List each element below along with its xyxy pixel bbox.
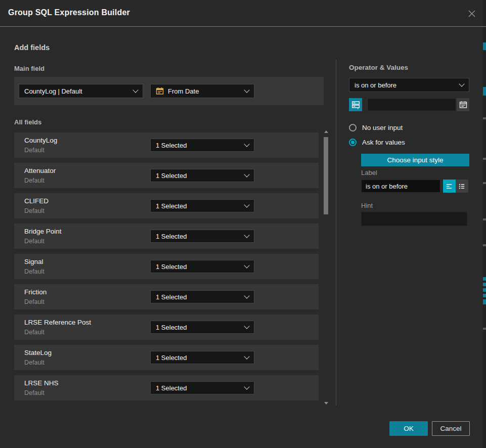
scroll-down-icon[interactable]: [324, 402, 328, 405]
panel-divider: [336, 60, 336, 406]
calendar-picker-icon: [459, 101, 467, 109]
choose-input-style-button[interactable]: Choose input style: [361, 154, 469, 166]
field-name: LRSE NHS: [24, 379, 59, 387]
radio-selected-icon: [349, 139, 357, 146]
chevron-down-icon: [459, 81, 464, 86]
field-values-dropdown[interactable]: 1 Selected: [150, 321, 254, 334]
field-values-dropdown[interactable]: 1 Selected: [150, 139, 254, 152]
field-row-lrse-reference-post: LRSE Reference Post Default 1 Selected: [14, 315, 319, 340]
all-fields-scrollbar[interactable]: [323, 129, 330, 406]
chevron-down-icon: [244, 202, 249, 207]
field-sublabel: Default: [24, 207, 45, 214]
field-sublabel: Default: [24, 329, 45, 336]
field-name: CLIFED: [24, 197, 49, 205]
chevron-down-icon: [244, 87, 249, 93]
main-field-layer-value: CountyLog | Default: [24, 87, 129, 95]
dialog-title: Group SQL Expression Builder: [8, 8, 130, 17]
chevron-down-icon: [244, 293, 249, 298]
selected-count: 1 Selected: [156, 172, 241, 180]
selected-count: 1 Selected: [156, 202, 241, 210]
field-sublabel: Default: [24, 147, 45, 154]
selected-count: 1 Selected: [156, 142, 241, 149]
unique-values-button[interactable]: [349, 98, 362, 111]
field-row-bridge-point: Bridge Point Default 1 Selected: [14, 223, 319, 249]
chevron-down-icon: [244, 353, 249, 359]
scroll-up-icon[interactable]: [324, 130, 328, 133]
add-fields-heading: Add fields: [14, 43, 50, 52]
field-sublabel: Default: [24, 238, 45, 245]
chevron-down-icon: [244, 323, 249, 329]
all-fields-label: All fields: [14, 118, 41, 126]
main-field-panel: CountyLog | Default From Date: [14, 77, 324, 105]
field-sublabel: Default: [24, 359, 45, 366]
field-values-dropdown[interactable]: 1 Selected: [150, 230, 254, 243]
operator-value: is on or before: [355, 81, 456, 89]
chevron-down-icon: [244, 262, 249, 268]
field-name: LRSE Reference Post: [24, 319, 91, 326]
radio-no-user-input[interactable]: No user input: [349, 124, 403, 131]
field-name: StateLog: [24, 349, 52, 356]
close-icon[interactable]: [467, 9, 477, 19]
field-values-dropdown[interactable]: 1 Selected: [150, 260, 254, 273]
field-name: CountyLog: [24, 137, 57, 144]
bulleted-list-icon: [458, 183, 466, 190]
list-input-style-button[interactable]: [456, 180, 468, 193]
field-row-countylog: CountyLog Default 1 Selected: [14, 132, 319, 158]
radio-label: No user input: [362, 124, 403, 131]
cancel-button[interactable]: Cancel: [432, 421, 470, 436]
field-sublabel: Default: [24, 298, 45, 305]
selected-count: 1 Selected: [156, 233, 241, 240]
selected-count: 1 Selected: [156, 293, 241, 301]
dialog-titlebar: Group SQL Expression Builder: [0, 0, 483, 27]
radio-icon: [349, 124, 357, 131]
field-sublabel: Default: [24, 268, 45, 275]
chevron-down-icon: [244, 141, 249, 147]
scrollbar-thumb[interactable]: [324, 137, 328, 214]
field-values-dropdown[interactable]: 1 Selected: [150, 290, 254, 303]
chevron-down-icon: [132, 87, 138, 93]
main-field-label: Main field: [14, 65, 45, 72]
label-input[interactable]: [361, 180, 440, 193]
field-row-friction: Friction Default 1 Selected: [14, 284, 319, 309]
main-field-layer-dropdown[interactable]: CountyLog | Default: [19, 84, 143, 98]
value-input[interactable]: [367, 98, 456, 111]
selected-count: 1 Selected: [156, 263, 241, 271]
selected-count: 1 Selected: [156, 324, 241, 331]
background-app-strip: [483, 0, 486, 448]
hint-caption: Hint: [361, 202, 373, 209]
label-caption: Label: [361, 169, 377, 176]
field-row-lrse-nhs: LRSE NHS Default 1 Selected: [14, 375, 319, 400]
operator-dropdown[interactable]: is on or before: [349, 78, 469, 92]
field-name: Bridge Point: [24, 228, 62, 235]
field-values-dropdown[interactable]: 1 Selected: [150, 199, 254, 212]
chevron-down-icon: [244, 171, 249, 177]
field-name: Friction: [24, 288, 47, 296]
field-values-dropdown[interactable]: 1 Selected: [150, 381, 254, 394]
chevron-down-icon: [244, 384, 249, 389]
selected-count: 1 Selected: [156, 354, 241, 362]
single-input-style-button[interactable]: [443, 180, 456, 193]
ok-button[interactable]: OK: [389, 421, 428, 436]
field-row-statelog: StateLog Default 1 Selected: [14, 345, 319, 370]
field-sublabel: Default: [24, 389, 45, 396]
field-values-dropdown[interactable]: 1 Selected: [150, 169, 254, 182]
field-values-dropdown[interactable]: 1 Selected: [150, 351, 254, 364]
align-left-icon: [446, 183, 453, 190]
field-name: Signal: [24, 258, 43, 265]
operator-values-heading: Operator & Values: [349, 64, 408, 71]
chevron-down-icon: [244, 232, 249, 238]
field-row-attenuator: Attenuator Default 1 Selected: [14, 163, 319, 188]
field-row-signal: Signal Default 1 Selected: [14, 254, 319, 279]
group-sql-expression-builder-dialog: Group SQL Expression Builder Add fields …: [0, 0, 483, 448]
field-row-clifed: CLIFED Default 1 Selected: [14, 193, 319, 218]
hint-input[interactable]: [361, 212, 467, 226]
radio-ask-for-values[interactable]: Ask for values: [349, 139, 405, 146]
date-calendar-icon: [156, 87, 164, 95]
field-sublabel: Default: [24, 177, 45, 184]
main-field-field-dropdown[interactable]: From Date: [150, 84, 254, 98]
stacked-values-icon: [351, 101, 360, 109]
field-name: Attenuator: [24, 167, 56, 174]
selected-count: 1 Selected: [156, 384, 241, 392]
date-picker-button[interactable]: [457, 98, 469, 111]
main-field-field-value: From Date: [168, 87, 241, 95]
